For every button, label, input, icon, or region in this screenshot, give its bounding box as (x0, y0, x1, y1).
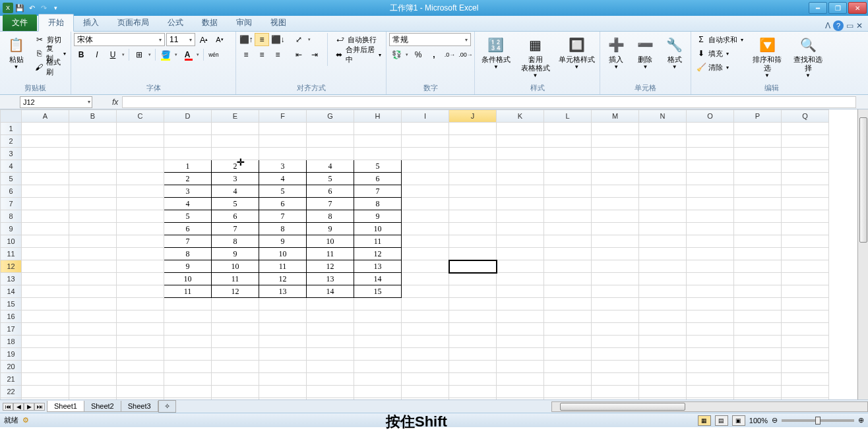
cell[interactable] (497, 386, 544, 398)
row-header[interactable]: 12 (1, 260, 22, 273)
cell[interactable] (782, 223, 829, 235)
cell[interactable] (22, 223, 69, 235)
cell[interactable] (544, 223, 592, 235)
cell[interactable] (687, 285, 734, 298)
row-header[interactable]: 6 (1, 185, 22, 198)
cell[interactable] (449, 123, 497, 135)
sheet-tab[interactable]: Sheet1 (47, 401, 84, 412)
cell[interactable] (402, 336, 449, 348)
cell[interactable] (354, 148, 402, 160)
clear-button[interactable]: 🧹清除▾ (694, 61, 745, 74)
cell[interactable] (734, 386, 782, 398)
cell[interactable] (497, 361, 544, 373)
cell[interactable] (259, 123, 307, 135)
orientation-button[interactable]: ⤢ (292, 33, 306, 46)
cell[interactable] (117, 210, 164, 223)
col-header[interactable]: P (734, 110, 782, 123)
cell[interactable] (734, 373, 782, 386)
cell[interactable] (592, 248, 639, 260)
cell[interactable] (544, 348, 592, 361)
font-size-combo[interactable]: 11▾ (166, 33, 195, 46)
cell[interactable] (544, 148, 592, 160)
normal-view-button[interactable]: ▦ (698, 415, 711, 426)
cell[interactable] (117, 148, 164, 160)
cell[interactable] (592, 323, 639, 336)
row-header[interactable]: 9 (1, 223, 22, 235)
cell[interactable] (639, 198, 687, 210)
cell[interactable] (687, 273, 734, 285)
cell[interactable] (354, 298, 402, 310)
cell[interactable] (734, 135, 782, 148)
autosum-button[interactable]: Σ自动求和▾ (694, 33, 745, 46)
cell[interactable] (782, 273, 829, 285)
cell[interactable] (544, 323, 592, 336)
cell[interactable]: 10 (212, 260, 259, 273)
cell[interactable] (354, 348, 402, 361)
cell[interactable] (497, 198, 544, 210)
cell[interactable] (69, 185, 117, 198)
cell[interactable] (449, 185, 497, 198)
col-header[interactable]: Q (782, 110, 829, 123)
cell[interactable] (734, 185, 782, 198)
cell[interactable] (592, 273, 639, 285)
cell[interactable] (497, 185, 544, 198)
cell[interactable] (69, 160, 117, 173)
conditional-format-button[interactable]: 🔢条件格式▼ (478, 33, 514, 71)
cell[interactable] (212, 298, 259, 310)
cell[interactable]: 14 (354, 273, 402, 285)
cell[interactable] (639, 298, 687, 310)
cell[interactable] (497, 336, 544, 348)
cell[interactable] (117, 273, 164, 285)
cell[interactable] (592, 260, 639, 273)
cell[interactable] (639, 310, 687, 323)
cell[interactable]: 9 (259, 235, 307, 248)
tab-nav-first[interactable]: ⏮ (3, 403, 13, 411)
cell[interactable] (734, 348, 782, 361)
cell[interactable]: 3 (164, 185, 212, 198)
cell[interactable] (259, 135, 307, 148)
sort-filter-button[interactable]: 🔽排序和筛选▼ (748, 33, 786, 80)
cell[interactable] (117, 336, 164, 348)
cell[interactable] (117, 223, 164, 235)
cell[interactable] (402, 198, 449, 210)
cell[interactable] (782, 198, 829, 210)
cell[interactable]: 2 (212, 160, 259, 173)
minimize-ribbon-icon[interactable]: ᐱ (825, 21, 830, 30)
cell[interactable]: 10 (354, 223, 402, 235)
underline-button[interactable]: U (106, 48, 120, 61)
fill-button[interactable]: ⬇填充▾ (694, 47, 745, 60)
cell[interactable]: 12 (354, 248, 402, 260)
cell[interactable]: 5 (307, 173, 354, 185)
row-header[interactable]: 8 (1, 210, 22, 223)
cell[interactable] (259, 310, 307, 323)
cell[interactable] (687, 310, 734, 323)
cell[interactable] (449, 298, 497, 310)
cell[interactable]: 6 (307, 185, 354, 198)
cell[interactable] (497, 173, 544, 185)
zoom-out-button[interactable]: ⊖ (772, 416, 778, 425)
cell[interactable] (69, 148, 117, 160)
cell[interactable] (449, 373, 497, 386)
align-top-button[interactable]: ⬛↑ (239, 33, 253, 46)
cell[interactable] (22, 260, 69, 273)
cell[interactable] (354, 373, 402, 386)
tab-nav-last[interactable]: ⏭ (34, 403, 45, 411)
cell[interactable] (782, 185, 829, 198)
cell[interactable] (212, 348, 259, 361)
zoom-level[interactable]: 100% (749, 417, 768, 425)
cell[interactable] (69, 298, 117, 310)
cell[interactable] (544, 285, 592, 298)
cell[interactable] (734, 273, 782, 285)
cell[interactable] (687, 348, 734, 361)
cell[interactable] (402, 386, 449, 398)
cell[interactable] (782, 298, 829, 310)
cell[interactable] (449, 336, 497, 348)
cell[interactable]: 13 (354, 260, 402, 273)
file-tab[interactable]: 文件 (3, 15, 37, 31)
phonetic-button[interactable]: wén (206, 48, 221, 61)
increase-indent-button[interactable]: ⇥ (307, 48, 322, 61)
cell[interactable] (164, 336, 212, 348)
cell[interactable]: 4 (212, 185, 259, 198)
cell[interactable] (164, 323, 212, 336)
cell[interactable]: 2 (164, 173, 212, 185)
